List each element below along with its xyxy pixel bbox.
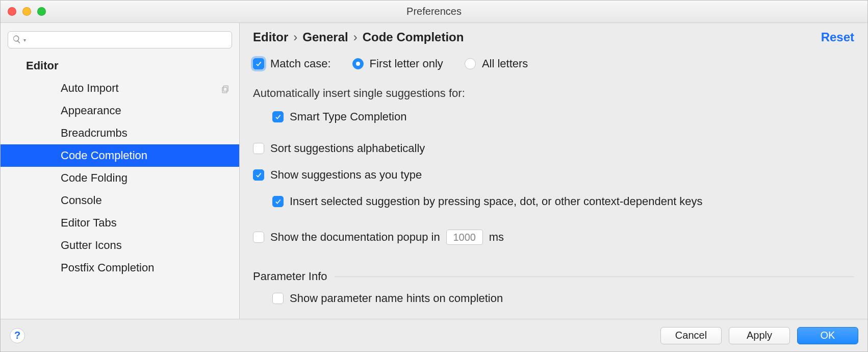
sidebar: ▾ Editor Auto Import Appearance bbox=[1, 23, 240, 319]
first-letter-label: First letter only bbox=[370, 57, 443, 70]
dialog-footer: ? Cancel Apply OK bbox=[1, 319, 867, 351]
tree-item-label: Console bbox=[61, 194, 102, 207]
smart-type-label: Smart Type Completion bbox=[290, 110, 406, 123]
tree-item-editor-tabs[interactable]: Editor Tabs bbox=[1, 212, 239, 234]
first-letter-radio[interactable] bbox=[352, 58, 364, 69]
tree-item-appearance[interactable]: Appearance bbox=[1, 99, 239, 122]
svg-rect-1 bbox=[222, 87, 227, 93]
tree-item-label: Gutter Icons bbox=[61, 239, 122, 252]
smart-type-checkbox[interactable] bbox=[272, 111, 284, 122]
show-doc-popup-row: Show the documentation popup in ms bbox=[253, 229, 854, 245]
copy-settings-icon bbox=[221, 84, 230, 93]
parameter-info-section: Parameter Info bbox=[253, 270, 854, 283]
smart-type-row: Smart Type Completion bbox=[253, 109, 854, 125]
window-title: Preferences bbox=[1, 6, 867, 17]
param-hints-row: Show parameter name hints on completion bbox=[253, 290, 854, 307]
tree-item-gutter-icons[interactable]: Gutter Icons bbox=[1, 234, 239, 257]
tree-item-console[interactable]: Console bbox=[1, 189, 239, 212]
window-body: ▾ Editor Auto Import Appearance bbox=[1, 23, 867, 319]
settings-tree: Editor Auto Import Appearance Breadcrumb… bbox=[1, 55, 239, 319]
titlebar: Preferences bbox=[1, 1, 867, 23]
sort-alpha-label: Sort suggestions alphabetically bbox=[270, 142, 425, 155]
chevron-right-icon: › bbox=[353, 30, 358, 44]
show-doc-popup-label-pre: Show the documentation popup in bbox=[270, 231, 440, 244]
breadcrumb-part[interactable]: Editor bbox=[253, 30, 288, 44]
param-hints-label: Show parameter name hints on completion bbox=[290, 292, 503, 305]
insert-by-keys-row: Insert selected suggestion by pressing s… bbox=[253, 193, 854, 210]
ok-button[interactable]: OK bbox=[797, 327, 858, 344]
show-doc-popup-checkbox[interactable] bbox=[253, 232, 264, 243]
tree-item-label: Breadcrumbs bbox=[61, 127, 127, 140]
search-field[interactable]: ▾ bbox=[8, 31, 232, 48]
divider-line bbox=[335, 276, 854, 277]
svg-rect-0 bbox=[223, 86, 228, 91]
cancel-button[interactable]: Cancel bbox=[660, 327, 722, 344]
preferences-window: Preferences ▾ Editor Auto Import bbox=[0, 0, 868, 352]
tree-item-label: Editor Tabs bbox=[61, 216, 117, 230]
tree-item-breadcrumbs[interactable]: Breadcrumbs bbox=[1, 122, 239, 144]
tree-item-label: Postfix Completion bbox=[61, 261, 154, 274]
tree-item-code-completion[interactable]: Code Completion bbox=[1, 144, 239, 167]
settings-content: Editor › General › Code Completion Reset… bbox=[240, 23, 867, 319]
show-suggestions-checkbox[interactable] bbox=[253, 169, 264, 181]
all-letters-label: All letters bbox=[482, 57, 528, 70]
search-icon bbox=[12, 35, 21, 45]
tree-item-code-folding[interactable]: Code Folding bbox=[1, 167, 239, 189]
sort-alpha-checkbox[interactable] bbox=[253, 143, 264, 154]
sort-alpha-row: Sort suggestions alphabetically bbox=[253, 140, 854, 157]
tree-item-label: Code Completion bbox=[61, 149, 147, 162]
insert-by-keys-label: Insert selected suggestion by pressing s… bbox=[290, 195, 703, 208]
show-suggestions-row: Show suggestions as you type bbox=[253, 167, 854, 183]
insert-by-keys-checkbox[interactable] bbox=[272, 196, 284, 207]
tree-item-label: Auto Import bbox=[61, 82, 119, 95]
match-case-label: Match case: bbox=[270, 57, 331, 70]
breadcrumb-row: Editor › General › Code Completion Reset bbox=[253, 30, 854, 44]
match-case-row: Match case: First letter only All letter… bbox=[253, 56, 854, 72]
help-button[interactable]: ? bbox=[10, 328, 25, 343]
reset-link[interactable]: Reset bbox=[821, 30, 854, 44]
tree-item-auto-import[interactable]: Auto Import bbox=[1, 77, 239, 99]
tree-item-postfix-completion[interactable]: Postfix Completion bbox=[1, 257, 239, 279]
match-case-checkbox[interactable] bbox=[253, 58, 264, 69]
chevron-right-icon: › bbox=[293, 30, 297, 44]
search-wrap: ▾ bbox=[1, 28, 239, 55]
apply-button[interactable]: Apply bbox=[729, 327, 790, 344]
breadcrumb-part[interactable]: General bbox=[302, 30, 348, 44]
tree-header-editor[interactable]: Editor bbox=[1, 55, 239, 77]
show-suggestions-label: Show suggestions as you type bbox=[270, 168, 422, 182]
tree-header-label: Editor bbox=[26, 59, 59, 72]
tree-item-label: Appearance bbox=[61, 104, 121, 117]
tree-item-label: Code Folding bbox=[61, 171, 127, 185]
show-doc-popup-label-post: ms bbox=[489, 231, 504, 244]
breadcrumb: Editor › General › Code Completion bbox=[253, 30, 464, 44]
all-letters-radio[interactable] bbox=[465, 58, 476, 69]
auto-insert-label: Automatically insert single suggestions … bbox=[253, 85, 854, 102]
doc-popup-delay-input[interactable] bbox=[446, 230, 483, 245]
dropdown-caret-icon: ▾ bbox=[23, 37, 26, 43]
search-input[interactable] bbox=[28, 35, 227, 44]
breadcrumb-part: Code Completion bbox=[363, 30, 464, 44]
param-hints-checkbox[interactable] bbox=[272, 293, 284, 304]
section-title: Parameter Info bbox=[253, 270, 327, 283]
